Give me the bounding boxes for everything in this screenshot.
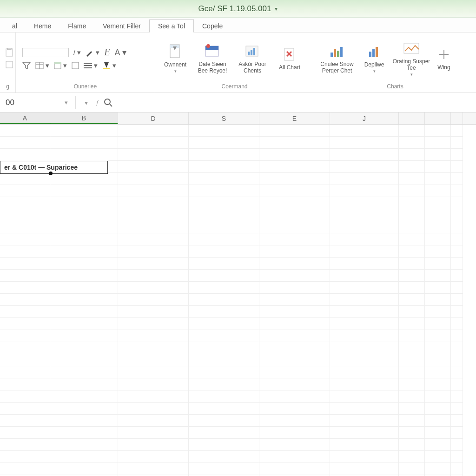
cell[interactable] — [118, 125, 189, 137]
cell[interactable] — [118, 294, 189, 306]
clipboard-small-icon[interactable] — [5, 60, 14, 69]
cell[interactable] — [425, 294, 451, 306]
cell[interactable] — [0, 282, 50, 294]
cell[interactable] — [50, 427, 118, 439]
cell[interactable] — [451, 294, 463, 306]
cell[interactable] — [330, 330, 399, 342]
cell[interactable] — [118, 390, 189, 403]
cell[interactable] — [0, 318, 50, 330]
cell[interactable] — [330, 451, 399, 463]
cell[interactable] — [330, 403, 399, 415]
fill-handle[interactable] — [49, 172, 53, 175]
cell[interactable] — [0, 354, 50, 366]
cell[interactable] — [425, 233, 451, 245]
cell[interactable] — [189, 427, 259, 439]
cell[interactable] — [259, 282, 330, 294]
cell[interactable] — [399, 318, 425, 330]
cell[interactable] — [399, 149, 425, 161]
cell[interactable] — [451, 173, 463, 185]
cell[interactable] — [330, 282, 399, 294]
cell[interactable] — [189, 245, 259, 258]
dupliwe-button[interactable]: Depliwe ▾ — [357, 41, 391, 76]
cell[interactable] — [425, 366, 451, 378]
cell[interactable] — [330, 125, 399, 137]
cell[interactable] — [189, 173, 259, 185]
cell[interactable] — [50, 282, 118, 294]
cell[interactable] — [50, 270, 118, 282]
cell[interactable] — [399, 463, 425, 475]
fx-icon[interactable]: ſ — [92, 97, 103, 108]
cell[interactable] — [425, 185, 451, 197]
cell[interactable] — [50, 173, 118, 185]
grid-body[interactable] — [0, 125, 476, 476]
cell[interactable] — [259, 294, 330, 306]
column-header-E[interactable]: E — [259, 112, 330, 124]
cell[interactable] — [259, 318, 330, 330]
cell[interactable] — [330, 161, 399, 173]
document-button[interactable]: Ownnent ▾ — [158, 41, 192, 76]
cell[interactable] — [118, 197, 189, 209]
cell[interactable] — [189, 354, 259, 366]
cell[interactable] — [259, 403, 330, 415]
tab-vement[interactable]: Vement Filler — [94, 20, 149, 32]
brush-icon[interactable]: ▾ — [86, 48, 99, 57]
cell[interactable] — [399, 233, 425, 245]
cell[interactable] — [0, 197, 50, 209]
cell[interactable] — [399, 161, 425, 173]
cancel-formula-icon[interactable]: ▾ — [80, 97, 92, 108]
cell[interactable] — [259, 463, 330, 475]
cell[interactable] — [451, 221, 463, 233]
cell[interactable] — [451, 161, 463, 173]
cell[interactable] — [425, 245, 451, 258]
cell[interactable] — [399, 137, 425, 149]
cell[interactable] — [451, 149, 463, 161]
cell[interactable] — [330, 342, 399, 354]
cell[interactable] — [189, 270, 259, 282]
cell[interactable] — [330, 221, 399, 233]
cell[interactable] — [259, 342, 330, 354]
cell[interactable] — [399, 330, 425, 342]
cell[interactable] — [0, 366, 50, 378]
cell[interactable] — [189, 451, 259, 463]
cell[interactable] — [118, 451, 189, 463]
cell[interactable] — [189, 366, 259, 378]
cell[interactable] — [118, 282, 189, 294]
cell[interactable] — [330, 173, 399, 185]
cell[interactable] — [118, 427, 189, 439]
cell[interactable] — [399, 439, 425, 451]
cell[interactable] — [50, 125, 118, 137]
cell[interactable] — [189, 161, 259, 173]
cell[interactable] — [425, 378, 451, 390]
column-header-A[interactable]: A — [0, 112, 50, 124]
cell[interactable] — [50, 318, 118, 330]
cell[interactable] — [0, 258, 50, 270]
cell[interactable] — [189, 390, 259, 403]
cell[interactable] — [451, 403, 463, 415]
cell[interactable] — [0, 390, 50, 403]
cell[interactable] — [259, 378, 330, 390]
wing-button[interactable]: Wing — [431, 44, 456, 73]
cell[interactable] — [0, 439, 50, 451]
cell[interactable] — [425, 258, 451, 270]
font-select[interactable] — [22, 48, 69, 57]
cell[interactable] — [50, 233, 118, 245]
cell[interactable] — [0, 137, 50, 149]
cell[interactable] — [118, 342, 189, 354]
cell[interactable] — [399, 294, 425, 306]
cell[interactable] — [189, 258, 259, 270]
cell[interactable] — [259, 185, 330, 197]
cell[interactable] — [330, 245, 399, 258]
cell[interactable] — [50, 439, 118, 451]
cell[interactable] — [451, 427, 463, 439]
cell[interactable] — [451, 390, 463, 403]
cell[interactable] — [425, 415, 451, 427]
cell[interactable] — [330, 354, 399, 366]
cell[interactable] — [399, 366, 425, 378]
italic-button[interactable]: E — [104, 47, 110, 58]
tab-home[interactable]: Heme — [26, 20, 60, 32]
tab-copele[interactable]: Copele — [194, 20, 231, 32]
cell[interactable] — [189, 342, 259, 354]
cell[interactable] — [399, 427, 425, 439]
cell[interactable] — [50, 185, 118, 197]
column-header-B[interactable]: B — [50, 112, 118, 124]
